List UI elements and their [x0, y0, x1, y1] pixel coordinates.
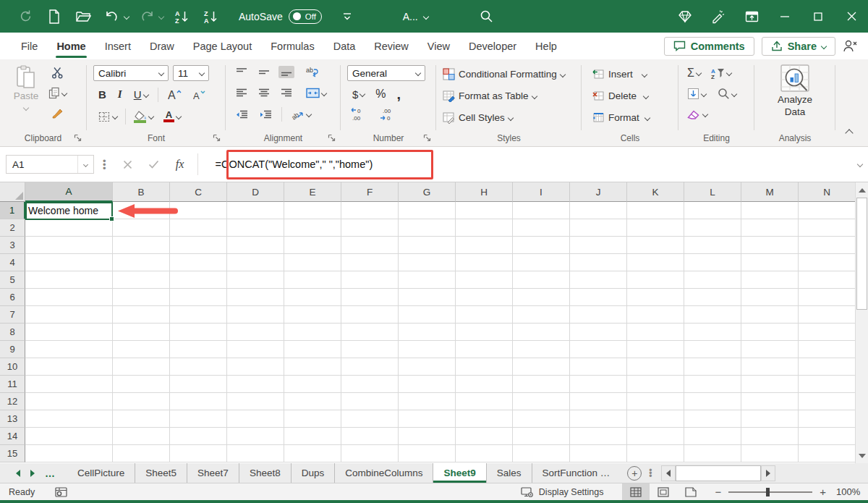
row-header-6[interactable]: 6 — [0, 289, 25, 306]
cell-E7[interactable] — [284, 306, 341, 324]
cell-M1[interactable] — [741, 202, 799, 219]
cell-B14[interactable] — [113, 428, 170, 445]
cell-K13[interactable] — [627, 410, 684, 428]
format-cells-button[interactable]: Format — [592, 109, 650, 127]
format-as-table-button[interactable]: Format as Table — [443, 87, 537, 105]
cell-D7[interactable] — [227, 306, 284, 324]
cell-A1[interactable]: Welcome home — [25, 202, 113, 219]
formula-input[interactable]: =CONCAT("Welcome"," ","home") — [203, 158, 373, 170]
cell-J12[interactable] — [570, 393, 627, 410]
cell-A8[interactable] — [25, 324, 113, 341]
column-header-E[interactable]: E — [284, 182, 341, 202]
row-header-15[interactable]: 15 — [0, 445, 25, 462]
cell-B7[interactable] — [113, 306, 170, 324]
autosave-toggle[interactable]: Off — [289, 9, 322, 24]
cell-G9[interactable] — [399, 341, 456, 358]
cell-E12[interactable] — [284, 393, 341, 410]
font-name-select[interactable]: Calibri — [93, 65, 169, 81]
middle-align-button[interactable] — [256, 66, 272, 78]
cell-M9[interactable] — [741, 341, 799, 358]
cell-G1[interactable] — [399, 202, 456, 219]
row-header-8[interactable]: 8 — [0, 324, 25, 341]
paste-button[interactable]: Paste — [12, 65, 41, 112]
cell-H3[interactable] — [456, 237, 513, 254]
cell-D11[interactable] — [227, 376, 284, 393]
cell-E1[interactable] — [284, 202, 341, 219]
cell-D1[interactable] — [227, 202, 284, 219]
cell-H10[interactable] — [456, 358, 513, 376]
cell-F4[interactable] — [341, 254, 399, 271]
cell-H15[interactable] — [456, 445, 513, 462]
ribbon-tab-data[interactable]: Data — [324, 33, 365, 59]
ribbon-tab-file[interactable]: File — [12, 33, 47, 59]
cell-F1[interactable] — [341, 202, 399, 219]
cell-L8[interactable] — [684, 324, 741, 341]
merge-center-button[interactable] — [304, 86, 328, 100]
column-header-L[interactable]: L — [684, 182, 741, 202]
cell-D2[interactable] — [227, 219, 284, 237]
row-header-10[interactable]: 10 — [0, 358, 25, 376]
cell-A9[interactable] — [25, 341, 113, 358]
cell-L11[interactable] — [684, 376, 741, 393]
cell-N8[interactable] — [799, 324, 856, 341]
cell-M10[interactable] — [741, 358, 799, 376]
cell-M5[interactable] — [741, 271, 799, 289]
cell-A6[interactable] — [25, 289, 113, 306]
cell-F5[interactable] — [341, 271, 399, 289]
cell-A13[interactable] — [25, 410, 113, 428]
cell-K9[interactable] — [627, 341, 684, 358]
font-size-select[interactable]: 11 — [173, 65, 209, 81]
row-header-1[interactable]: 1 — [0, 202, 25, 219]
cell-I2[interactable] — [513, 219, 570, 237]
cell-H1[interactable] — [456, 202, 513, 219]
cell-K6[interactable] — [627, 289, 684, 306]
sheet-nav-left-icon[interactable] — [16, 470, 20, 477]
decrease-indent-button[interactable] — [234, 109, 250, 121]
cell-M14[interactable] — [741, 428, 799, 445]
cell-G13[interactable] — [399, 410, 456, 428]
increase-indent-button[interactable] — [258, 109, 274, 121]
cell-K11[interactable] — [627, 376, 684, 393]
cell-H8[interactable] — [456, 324, 513, 341]
ribbon-tab-developer[interactable]: Developer — [459, 33, 526, 59]
cell-C5[interactable] — [170, 271, 227, 289]
sort-filter-button[interactable]: AZ — [709, 66, 733, 81]
fill-color-button[interactable] — [132, 109, 156, 124]
cell-K4[interactable] — [627, 254, 684, 271]
cell-M7[interactable] — [741, 306, 799, 324]
sheet-overflow-indicator[interactable]: … — [45, 468, 59, 479]
column-header-M[interactable]: M — [741, 182, 799, 202]
cell-E2[interactable] — [284, 219, 341, 237]
cell-L9[interactable] — [684, 341, 741, 358]
redo-dropdown-icon[interactable] — [158, 13, 164, 19]
cell-B6[interactable] — [113, 289, 170, 306]
cell-F13[interactable] — [341, 410, 399, 428]
cell-L3[interactable] — [684, 237, 741, 254]
align-left-button[interactable] — [234, 87, 250, 99]
cell-B9[interactable] — [113, 341, 170, 358]
cell-B12[interactable] — [113, 393, 170, 410]
sync-icon[interactable] — [14, 6, 36, 28]
cell-J1[interactable] — [570, 202, 627, 219]
cell-L2[interactable] — [684, 219, 741, 237]
cell-E6[interactable] — [284, 289, 341, 306]
cell-K14[interactable] — [627, 428, 684, 445]
cell-K3[interactable] — [627, 237, 684, 254]
cell-E13[interactable] — [284, 410, 341, 428]
page-break-preview-button[interactable] — [677, 483, 705, 500]
cell-F8[interactable] — [341, 324, 399, 341]
row-header-3[interactable]: 3 — [0, 237, 25, 254]
cell-F10[interactable] — [341, 358, 399, 376]
cell-N4[interactable] — [799, 254, 856, 271]
cell-N1[interactable] — [799, 202, 856, 219]
borders-button[interactable] — [96, 109, 119, 124]
cell-M3[interactable] — [741, 237, 799, 254]
sort-descending-icon[interactable]: ZA — [200, 6, 221, 28]
paste-dropdown-icon[interactable] — [23, 105, 29, 111]
redo-icon[interactable] — [136, 6, 158, 28]
zoom-out-button[interactable]: − — [715, 486, 721, 498]
cell-F2[interactable] — [341, 219, 399, 237]
cell-I15[interactable] — [513, 445, 570, 462]
row-header-14[interactable]: 14 — [0, 428, 25, 445]
open-folder-icon[interactable] — [72, 6, 94, 28]
